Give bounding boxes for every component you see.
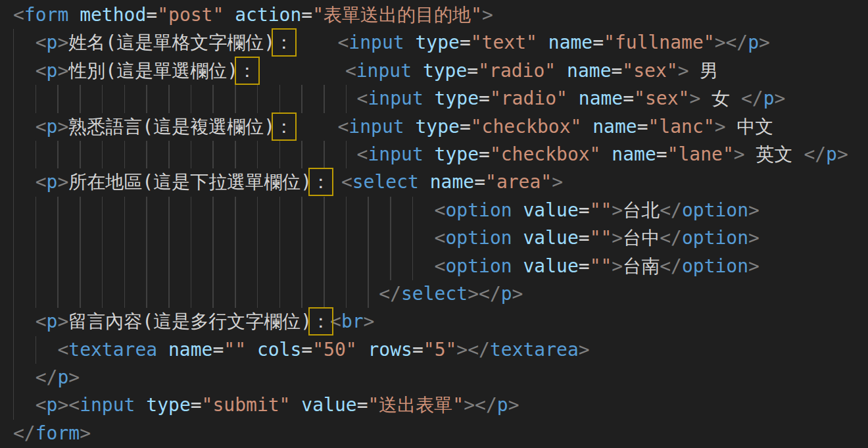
token-punctuation: </: [479, 283, 501, 305]
code-line[interactable]: <p>姓名(這是單格文字欄位)： <input type="text" name…: [13, 29, 868, 57]
code-text: <p>姓名(這是單格文字欄位)： <input type="text" name…: [13, 32, 770, 53]
code-line[interactable]: <input type="radio" name="sex"> 女 </p>: [13, 85, 868, 112]
code-line[interactable]: <p>所在地區(這是下拉選單欄位)： <select name="area">: [13, 168, 868, 196]
token-plain-text: [419, 171, 430, 193]
token-punctuation: >: [612, 199, 623, 221]
token-plain-text: 台中: [623, 227, 660, 249]
token-punctuation: </: [804, 143, 826, 165]
token-operator: =: [212, 339, 224, 361]
code-line[interactable]: <textarea name="" cols="50" rows="5"></t…: [13, 336, 868, 364]
token-plain-text: [357, 339, 368, 361]
token-string: "": [224, 339, 246, 361]
token-punctuation: >: [364, 311, 375, 332]
token-string: "post": [157, 4, 224, 26]
code-line[interactable]: <p>性別(這是單選欄位)： <input type="radio" name=…: [13, 57, 868, 85]
token-attribute-name: rows: [368, 339, 412, 361]
token-operator: =: [146, 4, 157, 26]
code-line[interactable]: <form method="post" action="表單送出的目的地">: [13, 1, 868, 29]
code-line[interactable]: <input type="checkbox" name="lane"> 英文 <…: [13, 141, 868, 168]
token-plain-text: [567, 87, 579, 109]
token-punctuation: >: [715, 32, 726, 53]
token-punctuation: >: [678, 60, 689, 82]
code-line[interactable]: <option value="">台南</option>: [13, 253, 868, 280]
token-operator: =: [637, 116, 648, 137]
token-plain-text: 熟悉語言(這是複選欄位): [68, 116, 275, 137]
code-line[interactable]: <p>熟悉語言(這是複選欄位)： <input type="checkbox" …: [13, 113, 868, 141]
token-plain-text: 中文: [726, 116, 774, 137]
code-line[interactable]: <p>留言內容(這是多行文字欄位)：<br>: [13, 308, 868, 336]
token-punctuation: </: [468, 339, 490, 361]
unicode-highlighted-char: ：: [312, 311, 330, 332]
token-punctuation: <: [36, 171, 47, 193]
token-plain-text: [290, 394, 301, 416]
token-operator: =: [467, 60, 478, 82]
token-punctuation: <: [435, 199, 446, 221]
code-line[interactable]: <p><input type="submit" value="送出表單"></p…: [13, 391, 868, 419]
token-punctuation: >: [482, 4, 493, 26]
token-punctuation: <: [36, 394, 47, 416]
token-tag-name: p: [763, 87, 775, 109]
code-text: <option value="">台北</option>: [13, 199, 760, 221]
code-line[interactable]: </select></p>: [13, 280, 868, 308]
token-punctuation: >: [68, 366, 80, 388]
token-punctuation: >: [759, 32, 770, 53]
token-string: "": [590, 199, 612, 221]
token-tag-name: option: [682, 227, 748, 249]
code-area: <form method="post" action="表單送出的目的地"> <…: [13, 1, 868, 447]
token-tag-name: form: [36, 422, 80, 444]
token-tag-name: input: [368, 143, 423, 165]
token-operator: =: [579, 227, 590, 249]
unicode-highlighted-char: ：: [275, 32, 293, 53]
token-punctuation: >: [57, 394, 68, 416]
token-tag-name: p: [47, 60, 58, 82]
code-editor[interactable]: <form method="post" action="表單送出的目的地"> <…: [0, 0, 868, 448]
token-operator: =: [479, 87, 490, 109]
token-punctuation: >: [57, 60, 68, 82]
token-operator: =: [592, 32, 604, 53]
token-attribute-name: value: [301, 394, 356, 416]
token-tag-name: p: [47, 116, 58, 137]
token-plain-text: 性別(這是單選欄位): [68, 60, 238, 82]
token-tag-name: p: [748, 32, 759, 53]
code-line[interactable]: <option value="">台中</option>: [13, 224, 868, 252]
token-punctuation: >: [57, 32, 68, 53]
code-line[interactable]: </p>: [13, 364, 868, 391]
token-plain-text: [556, 60, 567, 82]
token-operator: =: [623, 87, 634, 109]
token-string: "表單送出的目的地": [312, 4, 482, 26]
token-punctuation: >: [612, 255, 623, 277]
token-tag-name: option: [682, 255, 748, 277]
token-punctuation: >: [57, 116, 68, 137]
code-text: <p>性別(這是單選欄位)： <input type="radio" name=…: [13, 60, 718, 82]
token-string: "5": [423, 339, 457, 361]
token-plain-text: [512, 255, 523, 277]
token-plain-text: [135, 394, 146, 416]
token-string: "radio": [478, 60, 556, 82]
token-punctuation: >: [468, 283, 479, 305]
token-punctuation: <: [36, 32, 47, 53]
token-plain-text: 所在地區(這是下拉選單欄位): [68, 171, 312, 193]
token-attribute-name: name: [430, 171, 474, 193]
token-punctuation: <: [345, 60, 356, 82]
code-text: <p>所在地區(這是下拉選單欄位)： <select name="area">: [13, 171, 563, 193]
token-punctuation: >: [80, 422, 91, 444]
token-punctuation: <: [330, 311, 341, 332]
code-line[interactable]: <option value="">台北</option>: [13, 197, 868, 224]
token-plain-text: 留言內容(這是多行文字欄位): [68, 311, 312, 332]
token-string: "lane": [667, 143, 734, 165]
token-operator: =: [474, 171, 485, 193]
token-punctuation: <: [357, 143, 368, 165]
token-punctuation: </: [741, 87, 763, 109]
token-punctuation: <: [337, 116, 349, 137]
token-operator: =: [301, 4, 312, 26]
token-tag-name: textarea: [68, 339, 157, 361]
token-string: "sex": [634, 87, 689, 109]
token-plain-text: [224, 4, 235, 26]
code-line[interactable]: </form>: [13, 420, 868, 447]
unicode-highlighted-char: ：: [275, 116, 293, 137]
token-plain-text: [581, 116, 592, 137]
token-attribute-name: type: [435, 87, 479, 109]
token-punctuation: <: [357, 87, 368, 109]
token-tag-name: option: [682, 199, 748, 221]
token-plain-text: [330, 171, 341, 193]
